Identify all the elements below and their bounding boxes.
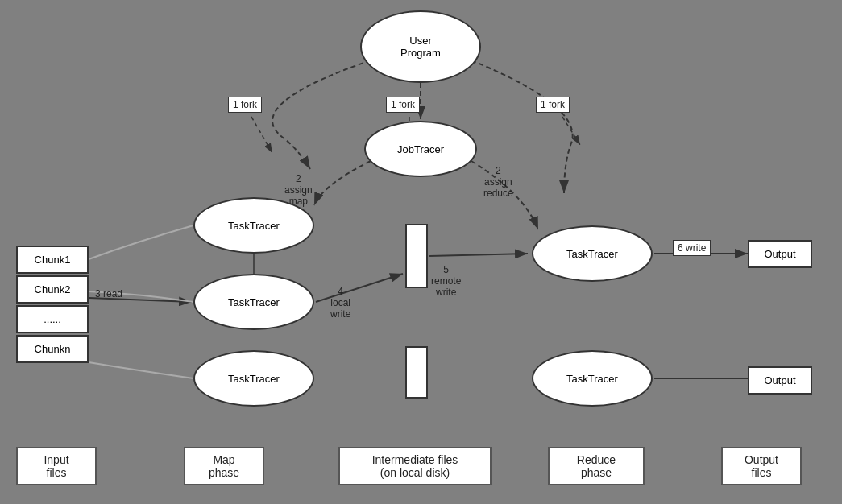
assign-reduce-label: 2assignreduce (483, 165, 513, 199)
task-tracer-map-node: TaskTracer (193, 274, 314, 330)
task-tracer-reduce-node: TaskTracer (532, 225, 653, 282)
map-phase-label: Mapphase (184, 447, 264, 485)
task-tracer-reduce-bottom-node: TaskTracer (532, 350, 653, 407)
write6-label: 6 write (673, 240, 711, 256)
remote-write-label: 5remotewrite (431, 264, 461, 298)
local-write-label: 4localwrite (330, 286, 350, 320)
reduce-phase-label: Reducephase (548, 447, 645, 485)
output-files-label: Outputfiles (721, 447, 802, 485)
intermediate-files-label: Intermediate files(on local disk) (338, 447, 492, 485)
diagram-container: User Program JobTracer TaskTracer TaskTr… (0, 0, 842, 504)
job-tracer-node: JobTracer (364, 121, 477, 177)
input-files-label: Inputfiles (16, 447, 97, 485)
inter-file-bottom-node (405, 346, 428, 399)
user-program-node: User Program (360, 10, 481, 83)
fork2-label: 1 fork (386, 97, 420, 113)
output-bottom-node: Output (748, 366, 812, 395)
fork1-label: 1 fork (228, 97, 262, 113)
chunk1-node: Chunk1 (16, 246, 89, 274)
chunk-dots-node: ...... (16, 305, 89, 333)
task-tracer-map-bottom-node: TaskTracer (193, 350, 314, 407)
output-top-node: Output (748, 240, 812, 268)
assign-map-label: 2assignmap (284, 173, 313, 207)
inter-file-top-node (405, 224, 428, 288)
chunk2-node: Chunk2 (16, 275, 89, 304)
chunkn-node: Chunkn (16, 335, 89, 363)
read-label: 3 read (95, 288, 122, 300)
fork3-label: 1 fork (536, 97, 570, 113)
